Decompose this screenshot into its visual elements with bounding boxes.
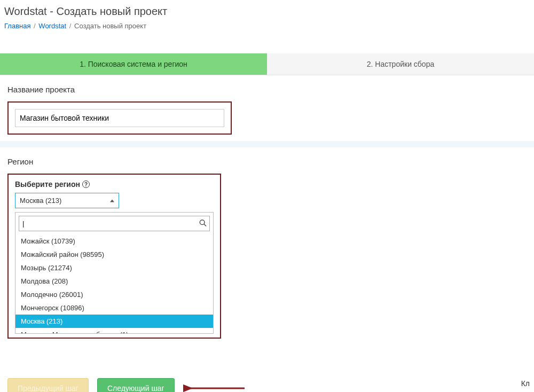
wizard-tabs: 1. Поисковая система и регион 2. Настрой… <box>0 53 534 75</box>
search-icon <box>199 219 207 228</box>
region-section-label: Регион <box>7 157 527 166</box>
project-name-highlight <box>7 101 232 135</box>
region-selected-value[interactable]: Москва (213) <box>15 193 119 208</box>
section-divider <box>0 141 534 147</box>
tab-search-region[interactable]: 1. Поисковая система и регион <box>0 53 267 75</box>
region-option[interactable]: Мозырь (21274) <box>15 261 213 275</box>
region-highlight: Выберите регион ? Москва (213) Можайск (… <box>7 174 221 339</box>
region-option[interactable]: Молодечно (26001) <box>15 288 213 301</box>
region-dropdown: Можайск (10739) Можайский район (98595) … <box>15 212 214 334</box>
breadcrumb-separator: / <box>69 22 72 30</box>
svg-line-1 <box>204 224 206 226</box>
project-name-input[interactable] <box>15 109 224 127</box>
region-option[interactable]: Молдова (208) <box>15 275 213 288</box>
region-combobox[interactable]: Москва (213) <box>15 193 119 208</box>
previous-step-button[interactable]: Предыдущий шаг <box>7 378 89 392</box>
region-option[interactable]: Можайский район (98595) <box>15 248 213 261</box>
page-title: Wordstat - Создать новый проект <box>4 5 530 18</box>
region-option-list[interactable]: Можайск (10739) Можайский район (98595) … <box>15 234 213 333</box>
help-icon[interactable]: ? <box>82 181 90 188</box>
region-option[interactable]: Москва (213) <box>15 315 213 328</box>
corner-text: Кл <box>521 379 530 388</box>
svg-point-0 <box>200 219 205 224</box>
region-option[interactable]: Можайск (10739) <box>15 234 213 248</box>
project-name-label: Название проекта <box>7 85 527 94</box>
region-option[interactable]: Москва и Московская область (1) <box>15 328 213 333</box>
region-field-label: Выберите регион ? <box>15 180 214 189</box>
breadcrumb-separator: / <box>34 22 36 30</box>
region-option[interactable]: Мончегорск (10896) <box>15 301 213 315</box>
tab-collection-settings[interactable]: 2. Настройки сбора <box>267 53 534 75</box>
breadcrumb-home[interactable]: Главная <box>4 22 30 30</box>
region-search-input[interactable] <box>19 216 210 231</box>
breadcrumb: Главная / Wordstat / Создать новый проек… <box>4 22 530 30</box>
breadcrumb-wordstat[interactable]: Wordstat <box>38 22 66 30</box>
wizard-footer: Предыдущий шаг Следующий шаг <box>0 365 534 392</box>
annotation-arrow-icon <box>183 383 247 392</box>
next-step-button[interactable]: Следующий шаг <box>97 378 175 392</box>
breadcrumb-current: Создать новый проект <box>74 22 146 30</box>
